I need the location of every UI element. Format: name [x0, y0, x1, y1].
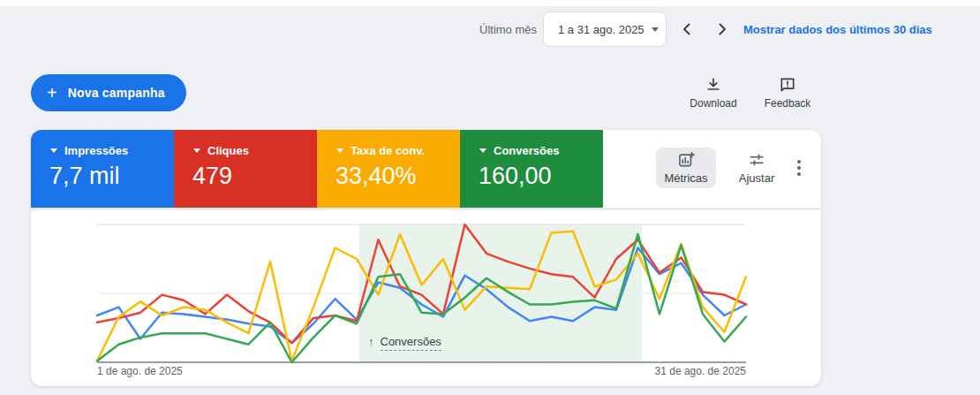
previous-period-button[interactable]: [678, 20, 696, 38]
metric-value: 479: [192, 163, 232, 190]
triangle-down-icon: [336, 148, 343, 153]
next-period-button[interactable]: [713, 20, 731, 38]
metric-label: Impressões: [50, 144, 128, 157]
metric-value: 33,40%: [335, 163, 417, 190]
annotation-label: Conversões: [381, 335, 441, 351]
up-arrow-icon: ↑: [368, 335, 374, 348]
feedback-label: Feedback: [765, 97, 811, 110]
metric-card-clicks[interactable]: Cliques 479: [174, 130, 317, 208]
ads-overview-page: Último mês 1 a 31 ago. 2025 Mostrar dado…: [0, 0, 980, 395]
more-vertical-icon: [797, 160, 801, 163]
chevron-left-icon: [678, 20, 696, 38]
overview-card: Impressões 7,7 mil Cliques 479 Taxa de c…: [31, 130, 821, 386]
chevron-right-icon: [713, 20, 731, 38]
triangle-down-icon: [193, 148, 200, 153]
metric-label: Taxa de conv.: [336, 144, 425, 157]
metrics-button[interactable]: Métricas: [656, 148, 716, 188]
metric-card-conversions[interactable]: Conversões 160,00: [460, 130, 603, 208]
metric-value: 7,7 mil: [49, 163, 120, 190]
metric-card-conv-rate[interactable]: Taxa de conv. 33,40%: [317, 130, 460, 208]
download-button[interactable]: Download: [682, 76, 745, 110]
adjust-label: Ajustar: [739, 171, 774, 185]
date-range-value: 1 a 31 ago. 2025: [558, 23, 645, 36]
sliders-icon: [748, 151, 765, 169]
x-axis-end-label: 31 de ago. de 2025: [655, 365, 746, 377]
x-axis-start-label: 1 de ago. de 2025: [97, 365, 183, 377]
top-white-strip: [0, 0, 980, 6]
metric-value: 160,00: [479, 163, 552, 190]
chevron-down-icon: [652, 27, 659, 32]
period-label: Último mês: [479, 23, 537, 36]
new-campaign-label: Nova campanha: [68, 86, 165, 100]
more-options-button[interactable]: [788, 155, 810, 181]
plus-icon: +: [47, 84, 57, 102]
conversions-annotation[interactable]: ↑ Conversões: [368, 335, 441, 351]
chart-plus-icon: [677, 151, 695, 169]
metric-card-impressions[interactable]: Impressões 7,7 mil: [31, 130, 174, 208]
feedback-button[interactable]: Feedback: [756, 76, 819, 110]
download-label: Download: [690, 97, 736, 110]
metric-label: Conversões: [479, 144, 559, 157]
triangle-down-icon: [50, 148, 57, 153]
metric-label: Cliques: [193, 144, 249, 157]
metrics-label: Métricas: [664, 171, 707, 185]
date-range-select[interactable]: 1 a 31 ago. 2025: [543, 11, 667, 47]
show-last-30-days-link[interactable]: Mostrar dados dos últimos 30 dias: [743, 23, 932, 36]
feedback-icon: [779, 76, 796, 94]
adjust-button[interactable]: Ajustar: [727, 148, 787, 188]
performance-chart: ↑ Conversões 1 de ago. de 2025 31 de ago…: [31, 209, 821, 386]
triangle-down-icon: [479, 148, 486, 153]
line-chart: [31, 209, 821, 386]
download-icon: [705, 76, 722, 94]
new-campaign-button[interactable]: + Nova campanha: [31, 74, 186, 111]
